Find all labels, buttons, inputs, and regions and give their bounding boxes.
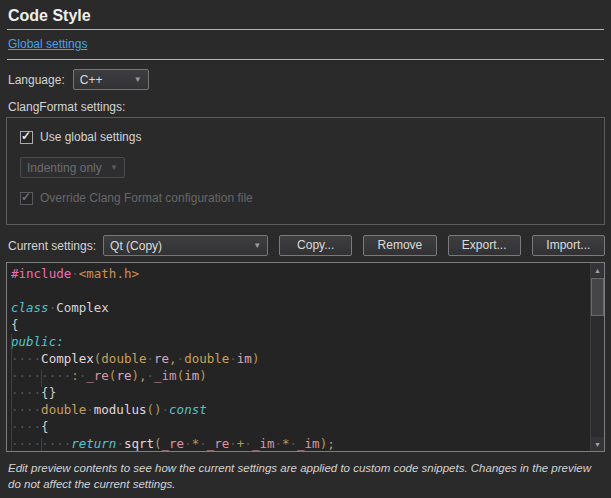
scroll-up-icon[interactable]: ▲ [591, 263, 604, 277]
override-config-checkbox [20, 192, 33, 205]
scroll-down-icon[interactable]: ▼ [591, 437, 604, 451]
indent-guide [41, 370, 42, 387]
use-global-settings-checkbox[interactable] [20, 131, 33, 144]
remove-button[interactable]: Remove [363, 235, 436, 256]
clangformat-group-label: ClangFormat settings: [6, 100, 605, 114]
chevron-down-icon: ▼ [126, 75, 142, 84]
indent-guide [41, 438, 42, 452]
copy-button[interactable]: Copy... [279, 235, 352, 256]
chevron-down-icon: ▼ [245, 241, 261, 250]
scrollbar-thumb[interactable] [591, 278, 604, 316]
language-dropdown[interactable]: C++ ▼ [73, 69, 149, 90]
code-style-settings-page: Code Style Global settings Language: C++… [0, 0, 611, 492]
import-button[interactable]: Import... [532, 235, 605, 256]
language-label: Language: [8, 73, 65, 87]
use-global-settings-label: Use global settings [40, 130, 141, 144]
vertical-scrollbar[interactable]: ▲ ▼ [590, 263, 604, 451]
indent-guide [11, 334, 12, 451]
clangformat-mode-dropdown: Indenting only ▼ [20, 157, 125, 178]
footer-note: Edit preview contents to see how the cur… [6, 460, 605, 492]
page-title: Code Style [6, 7, 605, 25]
clangformat-mode-value: Indenting only [27, 161, 102, 175]
clangformat-groupbox: Use global settings Indenting only ▼ Ove… [6, 117, 605, 225]
override-config-checkbox-row: Override Clang Format configuration file [20, 191, 592, 205]
use-global-settings-checkbox-row[interactable]: Use global settings [20, 130, 592, 144]
language-dropdown-value: C++ [80, 73, 103, 87]
code-preview[interactable]: #include·<math.h> class·Complex{public:·… [7, 263, 604, 452]
current-settings-row: Current settings: Qt (Copy) ▼ Copy... Re… [6, 235, 605, 256]
code-preview-editor[interactable]: #include·<math.h> class·Complex{public:·… [6, 262, 605, 452]
chevron-down-icon: ▼ [102, 163, 118, 172]
language-row: Language: C++ ▼ [6, 69, 605, 90]
current-settings-label: Current settings: [8, 239, 96, 253]
override-config-label: Override Clang Format configuration file [40, 191, 253, 205]
export-button[interactable]: Export... [448, 235, 521, 256]
separator-line [7, 29, 604, 30]
global-settings-link[interactable]: Global settings [8, 37, 87, 51]
separator-line [7, 59, 604, 60]
scrollbar-track[interactable] [591, 316, 604, 437]
current-settings-dropdown[interactable]: Qt (Copy) ▼ [103, 235, 268, 256]
current-settings-value: Qt (Copy) [110, 239, 162, 253]
